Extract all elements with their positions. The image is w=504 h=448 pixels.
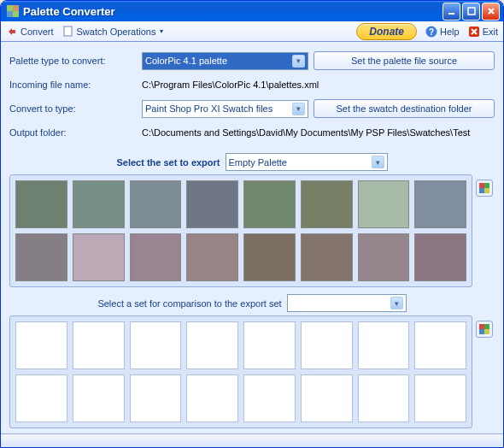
svg-rect-18	[484, 324, 489, 329]
document-icon	[62, 26, 74, 38]
swatch[interactable]	[15, 321, 67, 369]
export-set-dropdown[interactable]: Empty Palette ▾	[226, 153, 388, 171]
svg-text:?: ?	[429, 27, 434, 37]
convert-to-label: Convert to type:	[9, 103, 142, 114]
svg-rect-1	[13, 5, 19, 11]
incoming-file-label: Incoming file name:	[9, 80, 142, 90]
swatch[interactable]	[243, 374, 296, 422]
swatch[interactable]	[243, 321, 296, 369]
chevron-down-icon: ▾	[292, 55, 305, 68]
palette-type-dropdown[interactable]: ColorPic 4.1 palette ▾	[142, 52, 308, 70]
svg-rect-16	[484, 188, 489, 193]
swatch[interactable]	[130, 374, 182, 422]
export-set-value: Empty Palette	[229, 157, 372, 168]
set-swatch-destination-button[interactable]: Set the swatch destination folder	[314, 99, 495, 118]
swatch[interactable]	[73, 180, 125, 228]
swatch[interactable]	[301, 233, 353, 281]
convert-button[interactable]: Convert	[6, 26, 54, 38]
swatch[interactable]	[243, 180, 296, 228]
export-swatch-panel	[9, 174, 472, 287]
palette-type-label: Palette type to convert:	[9, 56, 142, 66]
swatch[interactable]	[414, 180, 466, 228]
chevron-down-icon: ▾	[292, 103, 305, 115]
convert-to-dropdown[interactable]: Paint Shop Pro XI Swatch files ▾	[142, 100, 308, 118]
svg-rect-3	[448, 13, 454, 15]
swatch[interactable]	[73, 321, 125, 369]
swatch[interactable]	[358, 233, 410, 281]
toolbar: Convert Swatch Operations ▾ Donate ? Hel…	[1, 21, 503, 42]
comparison-swatch-panel	[9, 315, 472, 428]
output-folder-value: C:\Documents and Settings\David\My Docum…	[142, 127, 495, 138]
swatch[interactable]	[130, 321, 182, 369]
swatch[interactable]	[130, 180, 182, 228]
swatch[interactable]	[243, 233, 296, 281]
svg-rect-15	[479, 188, 484, 193]
status-bar	[1, 433, 503, 447]
swatch-ops-label: Swatch Operations	[77, 27, 156, 37]
exit-icon	[468, 26, 480, 38]
convert-to-value: Paint Shop Pro XI Swatch files	[145, 103, 292, 114]
comparison-set-label: Select a set for comparison to the expor…	[97, 298, 281, 309]
swatch[interactable]	[414, 374, 466, 422]
chevron-down-icon: ▾	[390, 297, 403, 309]
help-button[interactable]: ? Help	[425, 26, 460, 38]
swatch[interactable]	[73, 233, 125, 281]
swatch[interactable]	[130, 233, 182, 281]
svg-rect-13	[479, 183, 484, 188]
dropdown-arrow-icon: ▾	[160, 27, 163, 35]
incoming-file-value: C:\Program Files\ColorPic 4.1\palettes.x…	[142, 80, 495, 90]
chevron-down-icon: ▾	[372, 156, 384, 168]
swatch[interactable]	[186, 374, 238, 422]
swatch[interactable]	[301, 374, 353, 422]
app-icon	[6, 4, 20, 18]
close-button[interactable]	[482, 3, 500, 21]
help-label: Help	[440, 27, 460, 37]
swatch-operations-menu[interactable]: Swatch Operations ▾	[62, 26, 164, 38]
svg-rect-4	[468, 8, 475, 15]
copy-swatches-button[interactable]	[476, 321, 493, 338]
swatch[interactable]	[358, 374, 410, 422]
svg-rect-7	[64, 27, 72, 36]
swatch[interactable]	[186, 180, 238, 228]
set-palette-source-button[interactable]: Set the palette file source	[314, 51, 495, 70]
swatch[interactable]	[358, 321, 410, 369]
svg-rect-20	[484, 329, 489, 334]
swatch[interactable]	[414, 321, 466, 369]
swatch[interactable]	[15, 374, 67, 422]
swatch[interactable]	[186, 233, 238, 281]
maximize-button[interactable]	[462, 3, 480, 21]
swatch[interactable]	[15, 233, 67, 281]
exit-label: Exit	[483, 27, 498, 37]
minimize-button[interactable]	[442, 3, 460, 21]
swatch[interactable]	[73, 374, 125, 422]
copy-swatches-button[interactable]	[476, 180, 493, 197]
svg-rect-19	[479, 329, 484, 334]
svg-rect-14	[484, 183, 489, 188]
swatch[interactable]	[301, 180, 353, 228]
swatch[interactable]	[414, 233, 466, 281]
convert-icon	[6, 26, 18, 38]
palette-type-value: ColorPic 4.1 palette	[145, 56, 292, 66]
donate-button[interactable]: Donate	[356, 23, 417, 40]
swatch[interactable]	[15, 180, 67, 228]
svg-rect-17	[479, 324, 484, 329]
help-icon: ?	[425, 26, 437, 38]
svg-rect-2	[7, 11, 13, 17]
swatch[interactable]	[358, 180, 410, 228]
exit-button[interactable]: Exit	[468, 26, 498, 38]
output-folder-label: Output folder:	[9, 127, 142, 138]
titlebar: Palette Converter	[1, 1, 503, 21]
window-title: Palette Converter	[23, 5, 442, 18]
export-set-label: Select the set to export	[116, 157, 220, 168]
swatch[interactable]	[186, 321, 238, 369]
swatch[interactable]	[301, 321, 353, 369]
comparison-set-dropdown[interactable]: ▾	[287, 294, 407, 312]
convert-label: Convert	[21, 27, 54, 37]
